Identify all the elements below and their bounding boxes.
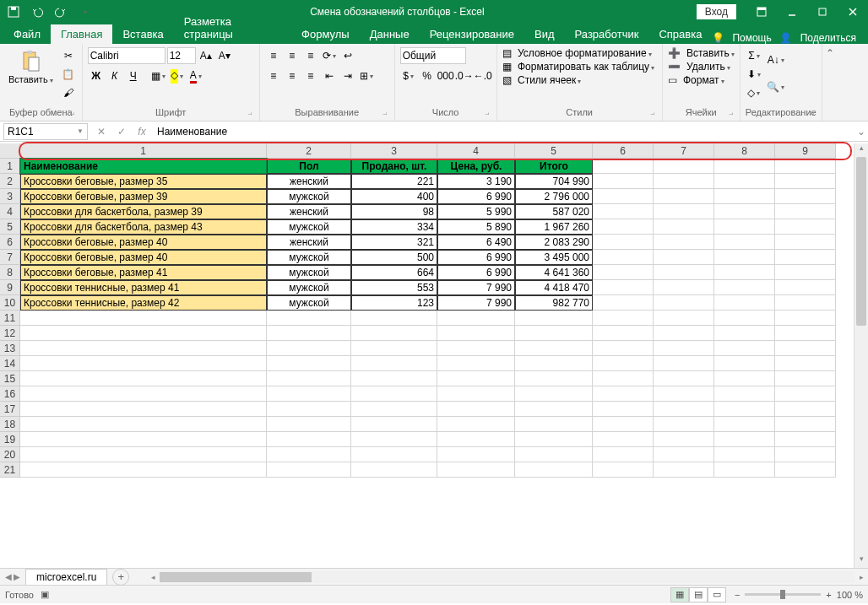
- tab-page-layout[interactable]: Разметка страницы: [174, 12, 291, 44]
- cell[interactable]: [654, 295, 714, 311]
- font-size-select[interactable]: [167, 47, 196, 64]
- cell[interactable]: [515, 386, 593, 402]
- sheet-prev-icon[interactable]: ◀: [5, 572, 12, 581]
- row-header[interactable]: 5: [0, 219, 20, 235]
- cell[interactable]: [654, 204, 714, 219]
- column-header[interactable]: 3: [351, 143, 437, 159]
- cell[interactable]: [593, 219, 654, 235]
- tab-data[interactable]: Данные: [360, 24, 420, 44]
- cell[interactable]: [437, 417, 515, 432]
- normal-view-button[interactable]: ▦: [670, 587, 689, 602]
- cell[interactable]: [714, 341, 775, 356]
- cell[interactable]: 400: [351, 189, 437, 204]
- cell[interactable]: 221: [351, 174, 437, 189]
- cell[interactable]: [775, 311, 836, 326]
- cell[interactable]: [593, 386, 654, 402]
- cell[interactable]: [654, 174, 714, 189]
- cell[interactable]: [714, 204, 775, 219]
- cell[interactable]: [775, 402, 836, 417]
- cell[interactable]: Кроссовки теннисные, размер 41: [20, 280, 267, 295]
- cell[interactable]: [775, 356, 836, 371]
- cell[interactable]: [593, 235, 654, 250]
- indent-decrease-icon[interactable]: ⇤: [321, 68, 338, 84]
- row-header[interactable]: 10: [0, 295, 20, 311]
- cell[interactable]: [775, 265, 836, 280]
- column-header[interactable]: 8: [714, 143, 775, 159]
- zoom-out-button[interactable]: −: [735, 590, 740, 600]
- row-header[interactable]: 7: [0, 250, 20, 265]
- cell[interactable]: Кроссовки беговые, размер 35: [20, 174, 267, 189]
- cell[interactable]: женский: [267, 174, 351, 189]
- cell[interactable]: 553: [351, 280, 437, 295]
- cell[interactable]: [267, 371, 351, 386]
- cell[interactable]: 5 990: [437, 204, 515, 219]
- align-right-icon[interactable]: ≡: [302, 68, 319, 84]
- cell[interactable]: [593, 189, 654, 204]
- bold-button[interactable]: Ж: [88, 68, 105, 84]
- cell[interactable]: [593, 447, 654, 462]
- cell[interactable]: [714, 280, 775, 295]
- cell[interactable]: Кроссовки для баскетбола, размер 43: [20, 219, 267, 235]
- cell[interactable]: [714, 235, 775, 250]
- wrap-text-icon[interactable]: ↩: [339, 47, 356, 64]
- cell[interactable]: [714, 250, 775, 265]
- cell[interactable]: [654, 250, 714, 265]
- cell[interactable]: [593, 432, 654, 447]
- cell[interactable]: [654, 280, 714, 295]
- cell[interactable]: [775, 250, 836, 265]
- decrease-decimal-icon[interactable]: ←.0: [475, 68, 491, 84]
- cell[interactable]: 2 083 290: [515, 235, 593, 250]
- cell[interactable]: мужской: [267, 280, 351, 295]
- italic-button[interactable]: К: [106, 68, 123, 84]
- paste-button[interactable]: Вставить: [5, 47, 57, 87]
- cell[interactable]: [593, 204, 654, 219]
- cell[interactable]: 500: [351, 250, 437, 265]
- row-header[interactable]: 1: [0, 159, 20, 174]
- cell[interactable]: Кроссовки для баскетбола, размер 39: [20, 204, 267, 219]
- cell[interactable]: [654, 402, 714, 417]
- cell[interactable]: мужской: [267, 250, 351, 265]
- minimize-button[interactable]: [777, 0, 807, 24]
- align-bottom-icon[interactable]: ≡: [302, 47, 319, 64]
- cell[interactable]: [20, 371, 267, 386]
- ribbon-display-options-icon[interactable]: [746, 0, 777, 24]
- cell[interactable]: [20, 341, 267, 356]
- align-top-icon[interactable]: ≡: [265, 47, 282, 64]
- number-format-select[interactable]: [400, 47, 466, 64]
- cell[interactable]: [351, 417, 437, 432]
- cell[interactable]: [714, 447, 775, 462]
- cell[interactable]: 98: [351, 204, 437, 219]
- row-header[interactable]: 15: [0, 371, 20, 386]
- cell[interactable]: [351, 356, 437, 371]
- cell[interactable]: [267, 447, 351, 462]
- qat-customize-icon[interactable]: [76, 3, 93, 20]
- cell[interactable]: [654, 265, 714, 280]
- cell[interactable]: [515, 462, 593, 478]
- cell[interactable]: [593, 417, 654, 432]
- cell[interactable]: [775, 280, 836, 295]
- cell[interactable]: [351, 386, 437, 402]
- collapse-ribbon-icon[interactable]: ⌃: [822, 44, 838, 121]
- cell[interactable]: [654, 417, 714, 432]
- cell[interactable]: [437, 356, 515, 371]
- row-headers[interactable]: 123456789101112131415161718192021: [0, 159, 20, 478]
- cell[interactable]: 664: [351, 265, 437, 280]
- tab-insert[interactable]: Вставка: [112, 24, 173, 44]
- sort-filter-icon[interactable]: A↓: [766, 47, 786, 73]
- row-header[interactable]: 2: [0, 174, 20, 189]
- cell[interactable]: [593, 159, 654, 174]
- cell[interactable]: [775, 326, 836, 341]
- cell[interactable]: [654, 311, 714, 326]
- conditional-formatting-button[interactable]: ▤ Условное форматирование: [502, 47, 652, 59]
- cell[interactable]: [593, 311, 654, 326]
- cell[interactable]: [267, 311, 351, 326]
- cell[interactable]: [515, 447, 593, 462]
- cell[interactable]: [593, 371, 654, 386]
- cell[interactable]: женский: [267, 204, 351, 219]
- cell[interactable]: [775, 204, 836, 219]
- cell[interactable]: [775, 432, 836, 447]
- row-header[interactable]: 18: [0, 417, 20, 432]
- cell[interactable]: [351, 462, 437, 478]
- row-header[interactable]: 14: [0, 356, 20, 371]
- cell[interactable]: Продано, шт.: [351, 159, 437, 174]
